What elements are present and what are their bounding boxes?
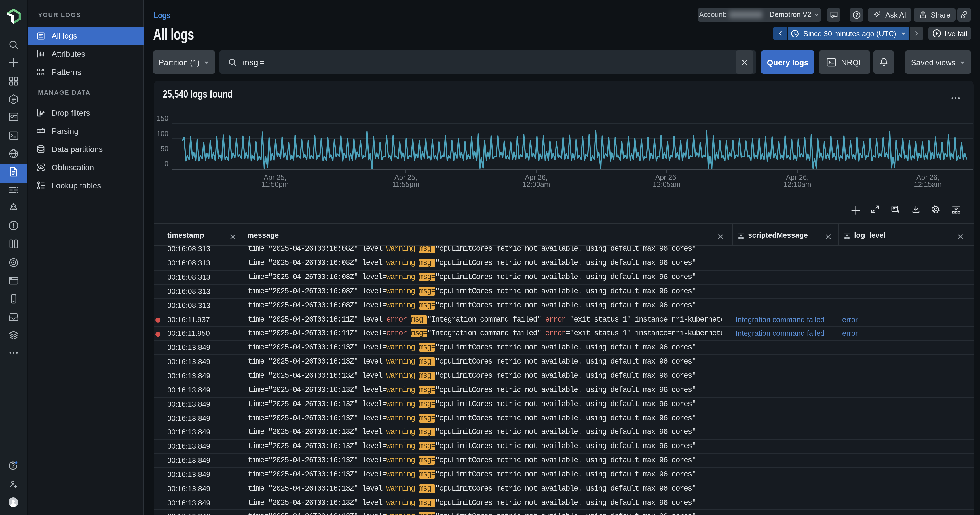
svg-text:12:15am: 12:15am [914, 180, 942, 188]
svg-text:11:50pm: 11:50pm [261, 180, 288, 188]
svg-text:12:05am: 12:05am [653, 180, 680, 188]
svg-text:150: 150 [156, 114, 169, 122]
svg-text:Apr 26,: Apr 26, [655, 173, 678, 181]
svg-text:12:00am: 12:00am [522, 180, 550, 188]
svg-text:100: 100 [156, 130, 169, 138]
svg-text:Apr 26,: Apr 26, [525, 173, 548, 181]
svg-text:11:55pm: 11:55pm [392, 180, 419, 188]
svg-text:50: 50 [161, 145, 169, 153]
svg-text:0: 0 [164, 160, 169, 168]
svg-text:Apr 25,: Apr 25, [264, 173, 287, 181]
svg-text:Apr 25,: Apr 25, [395, 173, 417, 181]
svg-text:Apr 26,: Apr 26, [916, 173, 939, 181]
svg-text:12:10am: 12:10am [783, 180, 811, 188]
svg-text:Apr 26,: Apr 26, [786, 173, 809, 181]
